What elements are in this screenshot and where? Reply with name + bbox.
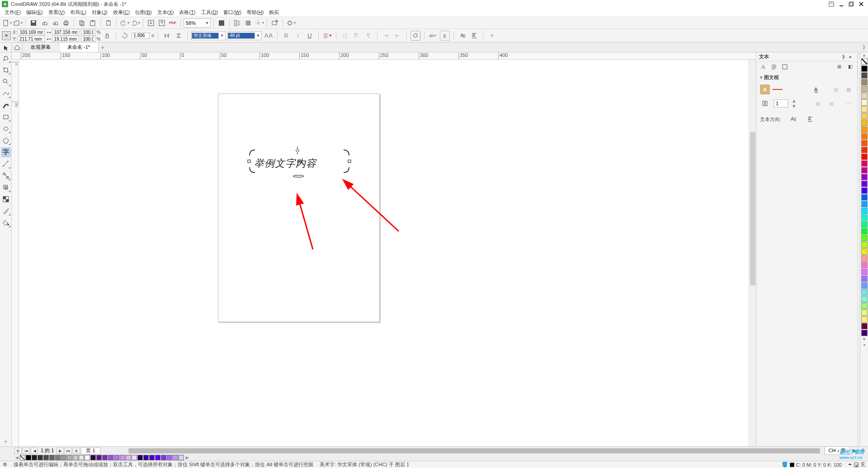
first-page-button[interactable]: ⏮ xyxy=(23,448,30,454)
color-swatch[interactable] xyxy=(861,187,868,194)
font-name-input[interactable] xyxy=(192,33,219,39)
color-swatch[interactable] xyxy=(861,106,868,112)
frame-align-icon[interactable]: A̲ xyxy=(811,84,821,94)
pick-tool-tab[interactable] xyxy=(1,43,11,52)
no-color-swatch[interactable] xyxy=(861,58,868,65)
columns-input[interactable] xyxy=(774,99,788,108)
parallel-dim-tool[interactable] xyxy=(1,159,11,169)
color-swatch[interactable] xyxy=(102,455,108,460)
color-swatch[interactable] xyxy=(861,215,868,221)
home-tab[interactable] xyxy=(12,42,23,52)
docker-section-frame[interactable]: 图文框 xyxy=(756,72,857,83)
color-swatch[interactable] xyxy=(861,316,868,323)
fill-tool[interactable] xyxy=(1,218,11,228)
collapse-dockers-icon[interactable]: ⟫ xyxy=(860,42,868,52)
color-swatch[interactable] xyxy=(55,455,61,460)
color-swatch[interactable] xyxy=(79,455,84,460)
export-button[interactable] xyxy=(157,18,167,28)
color-swatch[interactable] xyxy=(861,303,868,309)
color-swatch[interactable] xyxy=(61,455,66,460)
save-button[interactable] xyxy=(28,18,38,28)
column-more-icon[interactable]: ⋯ xyxy=(844,98,854,108)
color-swatch[interactable] xyxy=(861,289,868,295)
menu-布局[interactable]: 布局(L) xyxy=(67,8,89,17)
color-swatch[interactable] xyxy=(90,455,96,460)
color-swatch[interactable] xyxy=(120,455,125,460)
scale-x-input[interactable] xyxy=(81,29,95,35)
frame-col2-icon[interactable]: ▦ xyxy=(844,84,854,94)
column-settings-2-icon[interactable]: ▤ xyxy=(826,98,836,108)
color-swatch[interactable] xyxy=(861,228,868,234)
increase-indent-icon[interactable]: ⇥ xyxy=(381,31,391,41)
bold-button[interactable]: B xyxy=(281,31,291,41)
fullscreen-button[interactable] xyxy=(217,18,226,28)
chevron-down-icon[interactable]: ▼ xyxy=(204,21,210,25)
add-tab-button[interactable]: + xyxy=(99,42,107,52)
chevron-down-icon[interactable]: ▼ xyxy=(219,33,225,38)
menu-窗口[interactable]: 窗口(W) xyxy=(221,8,244,17)
no-color-swatch-h[interactable] xyxy=(20,455,25,460)
number-list-icon[interactable]: 12 xyxy=(352,31,362,41)
text-tool[interactable]: 字 xyxy=(1,147,11,157)
mirror-v-icon[interactable] xyxy=(174,31,184,41)
color-swatch[interactable] xyxy=(861,140,868,146)
width-input[interactable] xyxy=(52,29,79,35)
palette-expand-icon[interactable]: ◂ xyxy=(860,342,868,347)
docker-pin-icon[interactable]: ⟫ xyxy=(840,53,847,61)
color-swatch[interactable] xyxy=(861,255,868,262)
eyedropper-tool[interactable] xyxy=(1,206,11,216)
tab-welcome[interactable]: 欢迎屏幕 xyxy=(23,42,59,52)
mirror-h-icon[interactable] xyxy=(162,31,172,41)
color-swatch[interactable] xyxy=(861,262,868,268)
add-button[interactable]: + xyxy=(487,31,497,41)
underline-button[interactable]: U xyxy=(305,31,315,41)
color-swatch[interactable] xyxy=(861,167,868,173)
chevron-down-icon[interactable]: ▼ xyxy=(255,33,261,38)
text-frame-icon[interactable]: ab↵ xyxy=(428,31,438,41)
snap-grid-button[interactable] xyxy=(243,18,253,28)
hpalette-left-icon[interactable]: ◀ xyxy=(14,455,19,460)
new-doc-button[interactable]: ▾ xyxy=(2,18,12,28)
color-swatch[interactable] xyxy=(861,309,868,316)
color-swatch[interactable] xyxy=(861,194,868,201)
menu-对象[interactable]: 对象(J) xyxy=(89,8,110,17)
color-swatch[interactable] xyxy=(38,455,43,460)
direction-ltr-icon[interactable]: A xyxy=(788,114,798,124)
height-input[interactable] xyxy=(52,36,79,42)
rectangle-tool[interactable] xyxy=(1,112,11,122)
columns-spinner[interactable]: ▲▼ xyxy=(792,98,797,109)
color-swatch[interactable] xyxy=(861,120,868,126)
color-swatch[interactable] xyxy=(73,455,78,460)
color-swatch[interactable] xyxy=(143,455,149,460)
clipboard-button[interactable] xyxy=(104,18,113,28)
drawing-area[interactable]: 举例文字内容 xyxy=(19,60,749,446)
x-input[interactable] xyxy=(18,29,45,35)
drop-cap-icon[interactable]: ¶ xyxy=(363,31,373,41)
bullet-list-icon[interactable] xyxy=(340,31,350,41)
color-swatch[interactable] xyxy=(861,99,868,106)
vertical-scrollbar[interactable] xyxy=(749,60,756,446)
horizontal-scrollbar[interactable] xyxy=(128,448,820,454)
menu-编辑[interactable]: 编辑(E) xyxy=(24,8,46,17)
docker-menu-icon[interactable]: ▸ xyxy=(847,53,854,61)
color-swatch[interactable] xyxy=(96,455,102,460)
text-direction-h-icon[interactable]: A xyxy=(458,31,467,41)
gear-icon[interactable]: ⚙ xyxy=(3,462,7,468)
frame-outline-icon[interactable] xyxy=(773,84,783,94)
color-swatch[interactable] xyxy=(32,455,37,460)
color-swatch[interactable] xyxy=(861,86,868,92)
close-button[interactable] xyxy=(856,0,866,8)
snap-guides-button[interactable]: ▾ xyxy=(254,18,264,28)
prev-page-button[interactable]: ◀ xyxy=(31,448,38,454)
color-swatch[interactable] xyxy=(132,455,137,460)
column-settings-1-icon[interactable]: ▥ xyxy=(813,98,823,108)
menu-购买[interactable]: 购买 xyxy=(266,8,282,17)
color-swatch[interactable] xyxy=(861,154,868,160)
color-swatch[interactable] xyxy=(179,455,184,460)
color-swatch[interactable] xyxy=(149,455,155,460)
color-swatch[interactable] xyxy=(861,66,868,72)
color-swatch[interactable] xyxy=(861,282,868,289)
add-page-before-button[interactable]: ⊕ xyxy=(14,448,22,454)
color-swatch[interactable] xyxy=(67,455,72,460)
transparency-tool[interactable] xyxy=(1,194,11,204)
